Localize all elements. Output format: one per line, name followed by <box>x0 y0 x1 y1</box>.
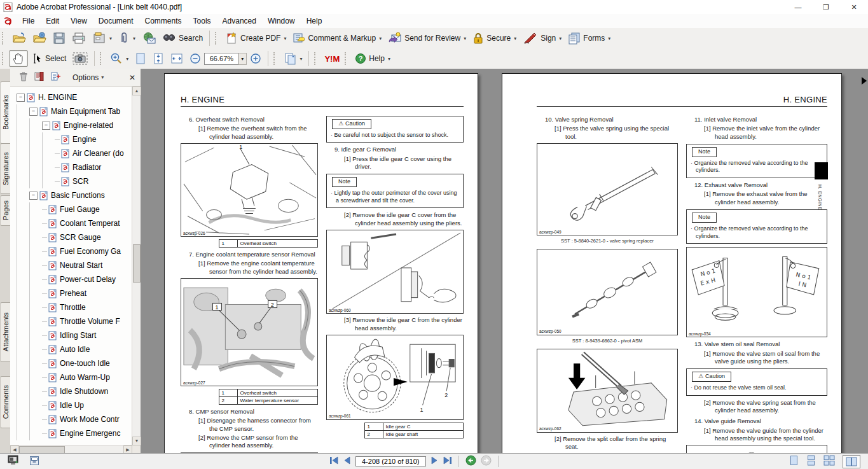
open-button[interactable] <box>9 30 29 46</box>
comment-markup-dropdown-arrow[interactable]: ▾ <box>379 36 382 41</box>
scroll-up-arrow[interactable]: ▲ <box>132 87 141 95</box>
create-pdf-button[interactable]: Create PDF▾ <box>222 30 289 46</box>
toolbar-grip[interactable] <box>314 52 318 65</box>
page-number-field[interactable]: 4-208 (210 of 810) <box>355 456 426 466</box>
menu-view[interactable]: View <box>65 15 93 27</box>
email-button[interactable] <box>139 30 159 46</box>
bookmarks-horizontal-scrollbar[interactable]: ◀ ▶ <box>10 445 132 454</box>
collapse-expander-box[interactable]: − <box>29 108 38 116</box>
next-page-button[interactable] <box>431 456 438 467</box>
close-panel-icon[interactable]: ✕ <box>129 73 135 82</box>
close-button[interactable]: ✕ <box>840 0 868 14</box>
bookmark-item[interactable]: Engine Emergenc <box>10 426 132 440</box>
zoom-level-dropdown-arrow[interactable]: ▾ <box>238 53 247 65</box>
toolbar-grip[interactable] <box>2 32 6 45</box>
collapse-expander-box[interactable]: − <box>29 192 38 200</box>
attach-dropdown-arrow[interactable]: ▾ <box>133 36 135 41</box>
secure-dropdown-arrow[interactable]: ▾ <box>514 36 516 41</box>
bookmark-item[interactable]: Neutral Start <box>10 258 132 272</box>
bookmark-item[interactable]: Throttle Volume F <box>10 314 132 328</box>
menu-advanced[interactable]: Advanced <box>217 15 262 27</box>
organizer-button[interactable]: ▾ <box>89 30 115 46</box>
bookmark-item[interactable]: SCR Gauge <box>10 230 132 244</box>
bookmark-item[interactable]: −Main Equipment Tab <box>10 104 132 118</box>
pane-overflow-arrow[interactable] <box>862 77 867 85</box>
new-bookmark-icon[interactable] <box>51 72 61 83</box>
bookmark-item[interactable]: Idle Shutdown <box>10 384 132 398</box>
minimize-button[interactable]: — <box>784 0 812 14</box>
expand-current-bookmark-icon[interactable] <box>34 72 45 83</box>
toolbar-grip[interactable] <box>2 52 6 65</box>
toolbar-grip[interactable] <box>345 52 348 65</box>
comment-markup-button[interactable]: Comment & Markup▾ <box>289 30 385 46</box>
continuous-button[interactable] <box>806 455 816 468</box>
menu-file[interactable]: File <box>17 15 40 27</box>
open-web-button[interactable] <box>29 30 50 46</box>
bookmark-item[interactable]: Idle Up <box>10 398 132 412</box>
zoom-tool-button[interactable]: ▾ <box>107 50 132 67</box>
nav-tab-bookmarks[interactable]: Bookmarks <box>0 81 11 144</box>
collapse-expander-box[interactable]: − <box>42 122 50 130</box>
nav-tab-signatures[interactable]: Signatures <box>0 143 11 194</box>
bookmark-item[interactable]: −H. ENGINE <box>10 90 132 104</box>
page-display-dropdown-arrow[interactable]: ▾ <box>300 56 302 62</box>
zoom-in-button[interactable] <box>247 51 265 66</box>
fit-width-button[interactable] <box>167 50 186 67</box>
menu-window[interactable]: Window <box>262 15 301 27</box>
preferences-monitor-icon[interactable] <box>8 455 19 468</box>
nav-tab-pages[interactable]: Pages <box>0 195 11 226</box>
bookmark-item[interactable]: Fuel Gauge <box>10 202 132 216</box>
bookmark-item[interactable]: Preheat <box>10 286 132 300</box>
search-button[interactable]: Search <box>159 31 206 46</box>
bookmarks-vertical-scrollbar[interactable]: ▲ ▼ <box>132 87 141 445</box>
yahoo-toolbar-button[interactable]: Y!M <box>321 52 343 66</box>
fit-page-button[interactable] <box>149 50 167 67</box>
toolbar-grip[interactable] <box>215 32 219 45</box>
help-button[interactable]: ?Help▾ <box>352 51 394 66</box>
bookmark-item[interactable]: −Basic Functions <box>10 188 132 202</box>
bookmark-item[interactable]: Auto Idle <box>10 342 132 356</box>
attach-button[interactable]: ▾ <box>115 30 139 46</box>
previous-view-button[interactable] <box>465 455 476 468</box>
first-page-button[interactable] <box>329 456 339 467</box>
scroll-down-arrow[interactable]: ▼ <box>132 437 141 445</box>
secure-button[interactable]: Secure▾ <box>469 30 520 46</box>
forms-dropdown-arrow[interactable]: ▾ <box>608 36 610 41</box>
document-status-icon[interactable] <box>29 456 39 468</box>
bookmark-item[interactable]: Auto Warm-Up <box>10 370 132 384</box>
actual-size-button[interactable] <box>132 50 149 67</box>
last-page-button[interactable] <box>443 456 452 467</box>
single-page-button[interactable] <box>789 455 799 468</box>
document-area[interactable]: H. ENGINE 6. Overheat switch Removal[1] … <box>141 69 868 454</box>
bookmark-item[interactable]: SCR <box>10 174 132 188</box>
toolbar-grip[interactable] <box>100 52 104 65</box>
sign-button[interactable]: Sign▾ <box>520 30 565 46</box>
organizer-dropdown-arrow[interactable]: ▾ <box>109 36 112 41</box>
facing-pages-button[interactable] <box>843 455 860 468</box>
zoom-level-field[interactable]: 66.67% <box>204 53 238 65</box>
nav-tab-comments[interactable]: Comments <box>0 376 11 428</box>
scroll-thumb[interactable] <box>133 244 141 283</box>
menu-document[interactable]: Document <box>93 15 139 27</box>
bookmark-item[interactable]: Power-cut Delay <box>10 272 132 286</box>
bookmark-item[interactable]: Air Cleaner (do <box>10 146 132 160</box>
menu-edit[interactable]: Edit <box>40 15 65 27</box>
nav-tab-attachments[interactable]: Attachments <box>0 302 11 362</box>
bookmark-item[interactable]: Throttle <box>10 300 132 314</box>
zoom-out-button[interactable] <box>186 51 204 66</box>
print-button[interactable] <box>69 30 89 46</box>
page-display-button[interactable]: ▾ <box>280 50 305 67</box>
snapshot-tool-button[interactable] <box>69 50 91 67</box>
toolbar-grip[interactable] <box>273 52 277 65</box>
help-dropdown-arrow[interactable]: ▾ <box>388 56 390 62</box>
bookmark-item[interactable]: Radiator <box>10 160 132 174</box>
send-review-dropdown-arrow[interactable]: ▾ <box>464 36 466 41</box>
bookmark-item[interactable]: Fuel Economy Ga <box>10 244 132 258</box>
delete-bookmark-icon[interactable] <box>19 72 28 83</box>
bookmark-item[interactable]: −Engine-related <box>10 118 132 132</box>
menu-tools[interactable]: Tools <box>188 15 217 27</box>
forms-button[interactable]: Forms▾ <box>565 30 614 46</box>
bookmark-item[interactable]: Work Mode Contr <box>10 412 132 426</box>
menu-help[interactable]: Help <box>301 15 328 27</box>
maximize-button[interactable]: ❐ <box>812 0 840 14</box>
